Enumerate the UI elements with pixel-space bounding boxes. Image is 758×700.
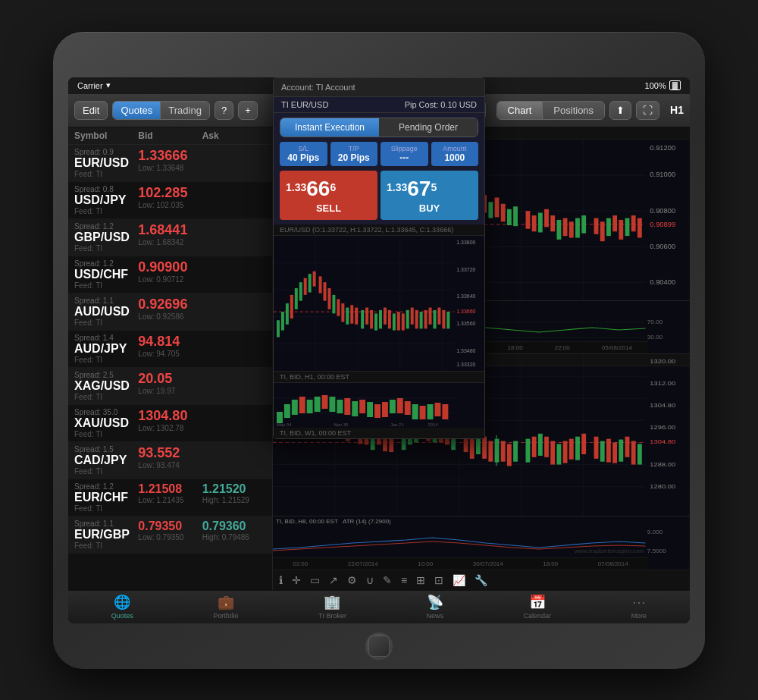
expand-button[interactable]: ⛶ — [636, 101, 659, 120]
svg-rect-142 — [538, 434, 543, 456]
spread-label: Spread: 0.8 — [74, 185, 138, 193]
spread-label: Spread: 1.2 — [74, 222, 138, 231]
slippage-param[interactable]: Slippage --- — [381, 142, 428, 166]
bottom-date-axis: 02:00 22/07/2014 10:00 30/07/2014 18:00 … — [273, 557, 648, 570]
pip-cost-label: Pip Cost: 0.10 USD — [405, 100, 477, 109]
tool-wrench-icon[interactable]: 🔧 — [473, 573, 489, 588]
list-item[interactable]: Spread: 1.5 CAD/JPY Feed: TI 93.552 Low:… — [68, 442, 272, 479]
svg-rect-236 — [359, 400, 365, 413]
positions-tab[interactable]: Positions — [543, 102, 604, 119]
sell-price-prefix: 1.33 — [286, 177, 306, 198]
tool-pen-icon[interactable]: ✎ — [381, 573, 393, 588]
bottom-tab-broker[interactable]: 🏢 TI Broker — [314, 592, 351, 621]
pending-order-tab[interactable]: Pending Order — [379, 118, 478, 137]
bottom-tab-news[interactable]: 📡 News — [421, 592, 448, 621]
sell-price-main: 66 — [306, 177, 330, 201]
symbol-label: USD/CHF — [74, 268, 138, 281]
svg-text:Jun 21: Jun 21 — [390, 422, 405, 426]
svg-rect-240 — [390, 400, 396, 413]
portfolio-tab-label: Portfolio — [213, 612, 238, 620]
svg-rect-71 — [606, 218, 611, 236]
help-button[interactable]: ? — [215, 101, 233, 120]
svg-rect-241 — [397, 398, 403, 413]
list-item[interactable]: Spread: 1.2 USD/CHF Feed: TI 0.90900 Low… — [68, 256, 272, 293]
quotes-tab[interactable]: Quotes — [113, 102, 161, 119]
sl-param[interactable]: S/L 40 Pips — [280, 142, 327, 166]
symbol-label: GBP/USD — [74, 231, 138, 244]
instant-execution-tab[interactable]: Instant Execution — [280, 118, 379, 137]
tool-arrow-icon[interactable]: ↗ — [327, 573, 340, 588]
bottom-tab-more[interactable]: ⋯ More — [627, 592, 652, 621]
high-value: High: 0.79486 — [202, 533, 266, 541]
bid-value: 0.90900 — [138, 259, 202, 275]
bid-value: 1.33666 — [138, 148, 202, 164]
dialog-weekly-chart: May 04 2013 Nov 30 Jun 21 2014 — [274, 382, 484, 428]
list-item[interactable]: Spread: 1.2 GBP/USD Feed: TI 1.68441 Low… — [68, 219, 272, 256]
sell-button[interactable]: 1.33 66 6 SELL — [280, 171, 377, 220]
svg-text:0.90800: 0.90800 — [650, 206, 675, 214]
tool-settings-icon[interactable]: ⚙ — [346, 573, 359, 588]
svg-rect-190 — [337, 299, 340, 315]
list-item[interactable]: Spread: 0.8 USD/JPY Feed: TI 102.285 Low… — [68, 182, 272, 219]
svg-rect-58 — [513, 206, 518, 226]
svg-rect-69 — [594, 218, 599, 234]
list-item[interactable]: Spread: 2.5 XAG/USD Feed: TI 20.05 Low: … — [68, 368, 272, 405]
svg-rect-235 — [352, 401, 358, 416]
svg-rect-141 — [532, 437, 537, 457]
add-button[interactable]: + — [238, 101, 258, 120]
symbol-label: AUD/JPY — [74, 342, 138, 356]
svg-rect-146 — [563, 441, 568, 463]
svg-rect-234 — [344, 398, 350, 415]
svg-text:1.33480: 1.33480 — [456, 347, 475, 353]
amount-param[interactable]: Amount 1000 — [431, 142, 479, 166]
share-button[interactable]: ⬆ — [609, 101, 631, 120]
buy-button[interactable]: 1.33 67 5 BUY — [381, 171, 478, 220]
home-button[interactable] — [365, 633, 393, 660]
list-item[interactable]: Spread: 1.1 AUD/USD Feed: TI 0.92696 Low… — [68, 293, 272, 331]
bottom-tab-portfolio[interactable]: 💼 Portfolio — [208, 592, 243, 621]
list-item[interactable]: Spread: 35.0 XAU/USD Feed: TI 1304.80 Lo… — [68, 405, 272, 442]
svg-text:0.91000: 0.91000 — [650, 171, 675, 178]
svg-rect-227 — [292, 400, 298, 415]
tool-grid-icon[interactable]: ⊞ — [415, 573, 427, 588]
list-item[interactable]: Spread: 1.1 EUR/GBP Feed: TI 0.79350 Low… — [68, 516, 272, 554]
svg-text:1.33660: 1.33660 — [456, 307, 475, 314]
edit-button[interactable]: Edit — [74, 101, 108, 120]
tool-info-icon[interactable]: ℹ — [277, 573, 284, 588]
svg-rect-62 — [544, 209, 549, 227]
tool-square-icon[interactable]: ⊡ — [433, 573, 445, 588]
tool-rect-icon[interactable]: ▭ — [309, 573, 321, 588]
tool-text-icon[interactable]: ≡ — [399, 573, 409, 588]
tool-crosshair-icon[interactable]: ✛ — [290, 573, 302, 588]
tool-arc-icon[interactable]: ∪ — [365, 573, 375, 588]
low-value: Low: 1.68342 — [138, 238, 202, 246]
list-item[interactable]: Spread: 1.4 AUD/JPY Feed: TI 94.814 Low:… — [68, 331, 272, 368]
tool-chart-icon[interactable]: 📈 — [451, 573, 467, 588]
feed-label: Feed: TI — [74, 319, 138, 327]
svg-rect-137 — [501, 441, 506, 462]
svg-text:7.5000: 7.5000 — [647, 548, 666, 554]
spread-label: Spread: 1.5 — [74, 445, 138, 454]
list-item[interactable]: Spread: 0.9 EUR/USD Feed: TI 1.33666 Low… — [68, 145, 272, 182]
svg-rect-207 — [415, 309, 418, 328]
list-item[interactable]: Spread: 1.2 EUR/CHF Feed: TI 1.21508 Low… — [68, 479, 272, 516]
ask-value: 1.21520 — [202, 482, 266, 496]
trading-tab[interactable]: Trading — [161, 102, 209, 119]
svg-text:Nov 30: Nov 30 — [334, 422, 349, 426]
chart-tab[interactable]: Chart — [497, 102, 543, 119]
bottom-tab-quotes[interactable]: 🌐 Quotes — [107, 592, 138, 621]
svg-rect-56 — [501, 203, 506, 221]
svg-rect-74 — [625, 218, 630, 236]
svg-rect-133 — [482, 437, 487, 459]
dialog-chart-source: TI, BID, H1, 00:00 EST — [274, 372, 484, 382]
sell-buy-buttons: 1.33 66 6 SELL 1.33 67 5 BUY — [274, 171, 484, 224]
dialog-chart-info: EUR/USD (O:1.33722, H:1.33722, L:1.33645… — [274, 224, 484, 235]
svg-rect-245 — [428, 404, 434, 419]
feed-label: Feed: TI — [74, 170, 138, 178]
svg-text:1320.00: 1320.00 — [650, 357, 675, 364]
svg-text:1.33800: 1.33800 — [456, 238, 475, 245]
bottom-tab-calendar[interactable]: 📅 Calendar — [519, 592, 556, 621]
svg-rect-144 — [550, 441, 555, 465]
broker-tab-label: TI Broker — [318, 612, 346, 620]
tp-param[interactable]: T/P 20 Pips — [330, 142, 378, 166]
